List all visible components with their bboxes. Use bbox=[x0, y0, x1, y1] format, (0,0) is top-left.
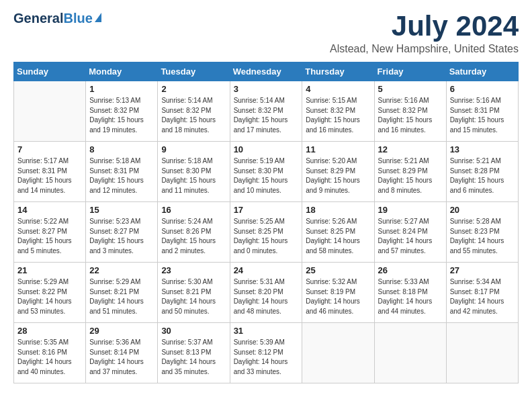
calendar-cell: 17Sunrise: 5:25 AM Sunset: 8:25 PM Dayli… bbox=[230, 202, 302, 263]
day-number: 17 bbox=[234, 205, 299, 215]
calendar-cell: 30Sunrise: 5:37 AM Sunset: 8:13 PM Dayli… bbox=[158, 323, 230, 383]
calendar-header-saturday: Saturday bbox=[446, 62, 518, 81]
calendar-cell: 19Sunrise: 5:27 AM Sunset: 8:24 PM Dayli… bbox=[374, 202, 446, 263]
day-number: 21 bbox=[17, 265, 82, 275]
day-number: 5 bbox=[378, 84, 443, 94]
day-number: 28 bbox=[17, 326, 82, 336]
calendar-cell: 6Sunrise: 5:16 AM Sunset: 8:31 PM Daylig… bbox=[446, 81, 518, 142]
calendar-cell: 22Sunrise: 5:29 AM Sunset: 8:21 PM Dayli… bbox=[86, 263, 158, 323]
day-number: 8 bbox=[89, 144, 154, 154]
day-number: 15 bbox=[89, 205, 154, 215]
calendar-cell: 26Sunrise: 5:33 AM Sunset: 8:18 PM Dayli… bbox=[374, 263, 446, 323]
calendar-cell: 9Sunrise: 5:18 AM Sunset: 8:30 PM Daylig… bbox=[158, 142, 230, 202]
calendar-cell: 4Sunrise: 5:15 AM Sunset: 8:32 PM Daylig… bbox=[302, 81, 374, 142]
day-number: 6 bbox=[450, 84, 515, 94]
day-number: 24 bbox=[234, 265, 299, 275]
calendar-cell: 29Sunrise: 5:36 AM Sunset: 8:14 PM Dayli… bbox=[86, 323, 158, 383]
day-info: Sunrise: 5:14 AM Sunset: 8:32 PM Dayligh… bbox=[234, 96, 299, 135]
calendar-cell: 2Sunrise: 5:14 AM Sunset: 8:32 PM Daylig… bbox=[158, 81, 230, 142]
day-number: 16 bbox=[161, 205, 226, 215]
day-info: Sunrise: 5:37 AM Sunset: 8:13 PM Dayligh… bbox=[161, 338, 226, 377]
logo-text: GeneralBlue bbox=[13, 11, 93, 26]
day-info: Sunrise: 5:16 AM Sunset: 8:31 PM Dayligh… bbox=[450, 96, 515, 135]
day-info: Sunrise: 5:39 AM Sunset: 8:12 PM Dayligh… bbox=[234, 338, 299, 377]
day-number: 7 bbox=[17, 144, 82, 154]
calendar-header-wednesday: Wednesday bbox=[230, 62, 302, 81]
calendar-header-tuesday: Tuesday bbox=[158, 62, 230, 81]
calendar-cell: 11Sunrise: 5:20 AM Sunset: 8:29 PM Dayli… bbox=[302, 142, 374, 202]
calendar-cell: 3Sunrise: 5:14 AM Sunset: 8:32 PM Daylig… bbox=[230, 81, 302, 142]
calendar-cell: 21Sunrise: 5:29 AM Sunset: 8:22 PM Dayli… bbox=[14, 263, 86, 323]
calendar-week-2: 7Sunrise: 5:17 AM Sunset: 8:31 PM Daylig… bbox=[14, 142, 519, 202]
calendar-cell: 7Sunrise: 5:17 AM Sunset: 8:31 PM Daylig… bbox=[14, 142, 86, 202]
calendar-cell: 1Sunrise: 5:13 AM Sunset: 8:32 PM Daylig… bbox=[86, 81, 158, 142]
day-info: Sunrise: 5:14 AM Sunset: 8:32 PM Dayligh… bbox=[161, 96, 226, 135]
day-info: Sunrise: 5:32 AM Sunset: 8:19 PM Dayligh… bbox=[306, 277, 370, 316]
month-year-title: July 2024 bbox=[330, 11, 519, 42]
calendar-cell bbox=[302, 323, 374, 383]
day-number: 13 bbox=[450, 144, 515, 154]
day-info: Sunrise: 5:31 AM Sunset: 8:20 PM Dayligh… bbox=[234, 277, 299, 316]
logo-triangle-icon bbox=[95, 13, 101, 22]
day-info: Sunrise: 5:33 AM Sunset: 8:18 PM Dayligh… bbox=[378, 277, 443, 316]
day-info: Sunrise: 5:36 AM Sunset: 8:14 PM Dayligh… bbox=[89, 338, 154, 377]
day-number: 22 bbox=[89, 265, 154, 275]
calendar-cell: 13Sunrise: 5:21 AM Sunset: 8:28 PM Dayli… bbox=[446, 142, 518, 202]
day-info: Sunrise: 5:24 AM Sunset: 8:26 PM Dayligh… bbox=[161, 217, 226, 256]
calendar-cell bbox=[374, 323, 446, 383]
calendar-cell: 31Sunrise: 5:39 AM Sunset: 8:12 PM Dayli… bbox=[230, 323, 302, 383]
day-number: 20 bbox=[450, 205, 515, 215]
calendar-header-sunday: Sunday bbox=[14, 62, 86, 81]
day-info: Sunrise: 5:15 AM Sunset: 8:32 PM Dayligh… bbox=[306, 96, 370, 135]
calendar-header-thursday: Thursday bbox=[302, 62, 374, 81]
day-info: Sunrise: 5:35 AM Sunset: 8:16 PM Dayligh… bbox=[17, 338, 82, 377]
day-number: 25 bbox=[306, 265, 370, 275]
calendar-cell: 16Sunrise: 5:24 AM Sunset: 8:26 PM Dayli… bbox=[158, 202, 230, 263]
day-info: Sunrise: 5:26 AM Sunset: 8:25 PM Dayligh… bbox=[306, 217, 370, 256]
day-number: 23 bbox=[161, 265, 226, 275]
calendar-cell: 20Sunrise: 5:28 AM Sunset: 8:23 PM Dayli… bbox=[446, 202, 518, 263]
day-info: Sunrise: 5:34 AM Sunset: 8:17 PM Dayligh… bbox=[450, 277, 515, 316]
day-info: Sunrise: 5:20 AM Sunset: 8:29 PM Dayligh… bbox=[306, 156, 370, 195]
calendar-week-5: 28Sunrise: 5:35 AM Sunset: 8:16 PM Dayli… bbox=[14, 323, 519, 383]
calendar-cell: 18Sunrise: 5:26 AM Sunset: 8:25 PM Dayli… bbox=[302, 202, 374, 263]
title-area: July 2024 Alstead, New Hampshire, United… bbox=[330, 11, 519, 55]
day-number: 26 bbox=[378, 265, 443, 275]
day-info: Sunrise: 5:13 AM Sunset: 8:32 PM Dayligh… bbox=[89, 96, 154, 135]
calendar-cell: 15Sunrise: 5:23 AM Sunset: 8:27 PM Dayli… bbox=[86, 202, 158, 263]
day-number: 10 bbox=[234, 144, 299, 154]
calendar-cell: 12Sunrise: 5:21 AM Sunset: 8:29 PM Dayli… bbox=[374, 142, 446, 202]
calendar-cell bbox=[14, 81, 86, 142]
calendar-header-friday: Friday bbox=[374, 62, 446, 81]
day-number: 12 bbox=[378, 144, 443, 154]
day-info: Sunrise: 5:30 AM Sunset: 8:21 PM Dayligh… bbox=[161, 277, 226, 316]
calendar-table: SundayMondayTuesdayWednesdayThursdayFrid… bbox=[13, 62, 519, 383]
day-number: 27 bbox=[450, 265, 515, 275]
day-info: Sunrise: 5:18 AM Sunset: 8:31 PM Dayligh… bbox=[89, 156, 154, 195]
day-info: Sunrise: 5:18 AM Sunset: 8:30 PM Dayligh… bbox=[161, 156, 226, 195]
day-number: 19 bbox=[378, 205, 443, 215]
day-number: 1 bbox=[89, 84, 154, 94]
calendar-header-monday: Monday bbox=[86, 62, 158, 81]
calendar-header-row: SundayMondayTuesdayWednesdayThursdayFrid… bbox=[14, 62, 519, 81]
location-subtitle: Alstead, New Hampshire, United States bbox=[330, 43, 519, 55]
day-number: 2 bbox=[161, 84, 226, 94]
day-number: 4 bbox=[306, 84, 370, 94]
day-number: 30 bbox=[161, 326, 226, 336]
day-number: 3 bbox=[234, 84, 299, 94]
calendar-week-1: 1Sunrise: 5:13 AM Sunset: 8:32 PM Daylig… bbox=[14, 81, 519, 142]
day-number: 31 bbox=[234, 326, 299, 336]
day-number: 11 bbox=[306, 144, 370, 154]
day-number: 29 bbox=[89, 326, 154, 336]
day-info: Sunrise: 5:21 AM Sunset: 8:28 PM Dayligh… bbox=[450, 156, 515, 195]
calendar-cell: 27Sunrise: 5:34 AM Sunset: 8:17 PM Dayli… bbox=[446, 263, 518, 323]
calendar-cell: 28Sunrise: 5:35 AM Sunset: 8:16 PM Dayli… bbox=[14, 323, 86, 383]
calendar-week-3: 14Sunrise: 5:22 AM Sunset: 8:27 PM Dayli… bbox=[14, 202, 519, 263]
calendar-week-4: 21Sunrise: 5:29 AM Sunset: 8:22 PM Dayli… bbox=[14, 263, 519, 323]
header: GeneralBlue July 2024 Alstead, New Hamps… bbox=[13, 11, 519, 55]
day-info: Sunrise: 5:23 AM Sunset: 8:27 PM Dayligh… bbox=[89, 217, 154, 256]
calendar-cell: 10Sunrise: 5:19 AM Sunset: 8:30 PM Dayli… bbox=[230, 142, 302, 202]
day-info: Sunrise: 5:21 AM Sunset: 8:29 PM Dayligh… bbox=[378, 156, 443, 195]
day-info: Sunrise: 5:17 AM Sunset: 8:31 PM Dayligh… bbox=[17, 156, 82, 195]
calendar-cell: 8Sunrise: 5:18 AM Sunset: 8:31 PM Daylig… bbox=[86, 142, 158, 202]
